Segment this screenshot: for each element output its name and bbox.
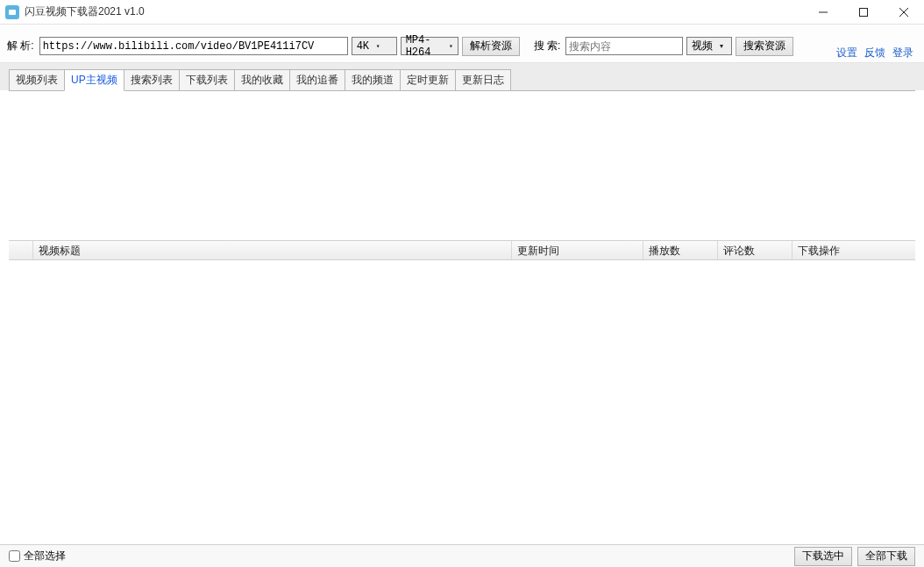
feedback-link[interactable]: 反馈 bbox=[864, 46, 885, 60]
tab-4[interactable]: 我的收藏 bbox=[234, 69, 290, 90]
tab-6[interactable]: 我的频道 bbox=[345, 69, 401, 90]
toolbar: 解 析: 4K ▾ MP4-H264 ▾ 解析资源 搜 索: 视频 ▾ 搜索资源… bbox=[0, 25, 924, 63]
tab-2[interactable]: 搜索列表 bbox=[124, 69, 180, 90]
tab-1[interactable]: UP主视频 bbox=[64, 69, 124, 91]
window-controls bbox=[803, 0, 924, 24]
search-type-select[interactable]: 视频 ▾ bbox=[686, 37, 732, 55]
format-value: MP4-H264 bbox=[406, 34, 444, 59]
tab-0[interactable]: 视频列表 bbox=[9, 69, 65, 90]
close-button[interactable] bbox=[884, 0, 924, 25]
footer: 全部选择 下载选中 全部下载 bbox=[0, 544, 924, 567]
tabs: 视频列表UP主视频搜索列表下载列表我的收藏我的追番我的频道定时更新更新日志 bbox=[0, 63, 924, 90]
chevron-down-icon: ▾ bbox=[372, 42, 384, 50]
parse-label: 解 析: bbox=[7, 39, 34, 53]
select-all-label: 全部选择 bbox=[24, 549, 66, 563]
col-plays: 播放数 bbox=[643, 241, 718, 259]
parse-button[interactable]: 解析资源 bbox=[462, 37, 520, 56]
search-type-value: 视频 bbox=[692, 39, 713, 53]
chevron-down-icon: ▾ bbox=[446, 42, 456, 50]
col-checkbox bbox=[9, 241, 33, 259]
app-icon bbox=[5, 5, 19, 19]
svg-rect-2 bbox=[860, 9, 868, 17]
tab-5[interactable]: 我的追番 bbox=[289, 69, 345, 90]
chevron-down-icon: ▾ bbox=[715, 42, 728, 50]
tab-8[interactable]: 更新日志 bbox=[455, 69, 511, 90]
video-table: 视频标题 更新时间 播放数 评论数 下载操作 bbox=[9, 240, 915, 542]
download-selected-button[interactable]: 下载选中 bbox=[794, 547, 852, 566]
tab-3[interactable]: 下载列表 bbox=[179, 69, 235, 90]
content-area: 视频标题 更新时间 播放数 评论数 下载操作 bbox=[9, 90, 915, 542]
maximize-button[interactable] bbox=[843, 0, 884, 25]
top-links: 设置 反馈 登录 bbox=[836, 46, 917, 62]
select-all-input[interactable] bbox=[9, 550, 20, 562]
login-link[interactable]: 登录 bbox=[892, 46, 913, 60]
minimize-button[interactable] bbox=[803, 0, 843, 25]
select-all-checkbox[interactable]: 全部选择 bbox=[9, 549, 66, 563]
col-comments: 评论数 bbox=[718, 241, 793, 259]
col-action: 下载操作 bbox=[793, 241, 915, 259]
search-button[interactable]: 搜索资源 bbox=[736, 37, 793, 56]
col-title: 视频标题 bbox=[33, 241, 512, 259]
svg-rect-0 bbox=[9, 10, 16, 15]
search-label: 搜 索: bbox=[534, 39, 561, 53]
download-all-button[interactable]: 全部下载 bbox=[857, 547, 915, 566]
table-header: 视频标题 更新时间 播放数 评论数 下载操作 bbox=[9, 241, 915, 260]
col-update-time: 更新时间 bbox=[512, 241, 643, 259]
quality-value: 4K bbox=[357, 40, 369, 53]
url-input[interactable] bbox=[39, 37, 348, 55]
tab-7[interactable]: 定时更新 bbox=[400, 69, 456, 90]
format-select[interactable]: MP4-H264 ▾ bbox=[401, 37, 458, 55]
search-input[interactable] bbox=[565, 37, 683, 55]
table-body bbox=[9, 260, 915, 542]
window-title: 闪豆视频下载器2021 v1.0 bbox=[25, 4, 803, 19]
up-info-panel bbox=[9, 91, 915, 240]
titlebar: 闪豆视频下载器2021 v1.0 bbox=[0, 0, 924, 25]
settings-link[interactable]: 设置 bbox=[836, 46, 857, 60]
quality-select[interactable]: 4K ▾ bbox=[352, 37, 397, 55]
